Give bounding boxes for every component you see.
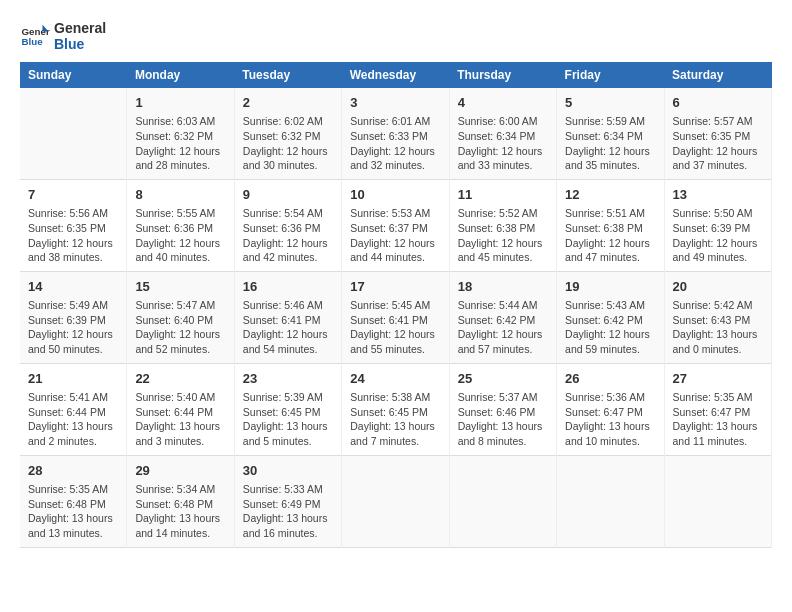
day-number: 13 <box>673 186 764 204</box>
day-number: 8 <box>135 186 225 204</box>
day-info: Sunrise: 5:35 AM Sunset: 6:48 PM Dayligh… <box>28 482 118 541</box>
day-number: 6 <box>673 94 764 112</box>
day-number: 9 <box>243 186 333 204</box>
calendar-cell: 24Sunrise: 5:38 AM Sunset: 6:45 PM Dayli… <box>342 363 449 455</box>
day-number: 17 <box>350 278 440 296</box>
day-info: Sunrise: 5:59 AM Sunset: 6:34 PM Dayligh… <box>565 114 655 173</box>
calendar-cell: 26Sunrise: 5:36 AM Sunset: 6:47 PM Dayli… <box>557 363 664 455</box>
day-info: Sunrise: 5:43 AM Sunset: 6:42 PM Dayligh… <box>565 298 655 357</box>
calendar-cell <box>20 88 127 179</box>
day-info: Sunrise: 5:41 AM Sunset: 6:44 PM Dayligh… <box>28 390 118 449</box>
calendar-cell: 25Sunrise: 5:37 AM Sunset: 6:46 PM Dayli… <box>449 363 556 455</box>
calendar-cell: 7Sunrise: 5:56 AM Sunset: 6:35 PM Daylig… <box>20 179 127 271</box>
week-row-3: 14Sunrise: 5:49 AM Sunset: 6:39 PM Dayli… <box>20 271 772 363</box>
calendar-cell: 16Sunrise: 5:46 AM Sunset: 6:41 PM Dayli… <box>234 271 341 363</box>
calendar-cell: 12Sunrise: 5:51 AM Sunset: 6:38 PM Dayli… <box>557 179 664 271</box>
column-header-wednesday: Wednesday <box>342 62 449 88</box>
calendar-cell: 15Sunrise: 5:47 AM Sunset: 6:40 PM Dayli… <box>127 271 234 363</box>
day-number: 30 <box>243 462 333 480</box>
page-header: General Blue General Blue <box>20 20 772 52</box>
day-info: Sunrise: 5:49 AM Sunset: 6:39 PM Dayligh… <box>28 298 118 357</box>
day-number: 12 <box>565 186 655 204</box>
logo: General Blue General Blue <box>20 20 106 52</box>
day-number: 29 <box>135 462 225 480</box>
svg-text:Blue: Blue <box>22 36 44 47</box>
day-info: Sunrise: 5:51 AM Sunset: 6:38 PM Dayligh… <box>565 206 655 265</box>
day-number: 18 <box>458 278 548 296</box>
calendar-cell <box>449 455 556 547</box>
day-info: Sunrise: 5:34 AM Sunset: 6:48 PM Dayligh… <box>135 482 225 541</box>
calendar-cell: 23Sunrise: 5:39 AM Sunset: 6:45 PM Dayli… <box>234 363 341 455</box>
day-info: Sunrise: 6:03 AM Sunset: 6:32 PM Dayligh… <box>135 114 225 173</box>
day-number: 27 <box>673 370 764 388</box>
day-number: 20 <box>673 278 764 296</box>
day-info: Sunrise: 5:57 AM Sunset: 6:35 PM Dayligh… <box>673 114 764 173</box>
column-header-saturday: Saturday <box>664 62 772 88</box>
day-info: Sunrise: 5:33 AM Sunset: 6:49 PM Dayligh… <box>243 482 333 541</box>
calendar-cell: 3Sunrise: 6:01 AM Sunset: 6:33 PM Daylig… <box>342 88 449 179</box>
calendar-cell: 27Sunrise: 5:35 AM Sunset: 6:47 PM Dayli… <box>664 363 772 455</box>
day-info: Sunrise: 5:47 AM Sunset: 6:40 PM Dayligh… <box>135 298 225 357</box>
calendar-cell: 1Sunrise: 6:03 AM Sunset: 6:32 PM Daylig… <box>127 88 234 179</box>
day-number: 22 <box>135 370 225 388</box>
day-info: Sunrise: 5:46 AM Sunset: 6:41 PM Dayligh… <box>243 298 333 357</box>
day-number: 25 <box>458 370 548 388</box>
calendar-cell: 30Sunrise: 5:33 AM Sunset: 6:49 PM Dayli… <box>234 455 341 547</box>
calendar-cell <box>664 455 772 547</box>
day-number: 2 <box>243 94 333 112</box>
calendar-cell: 9Sunrise: 5:54 AM Sunset: 6:36 PM Daylig… <box>234 179 341 271</box>
logo-icon: General Blue <box>20 21 50 51</box>
calendar-cell: 28Sunrise: 5:35 AM Sunset: 6:48 PM Dayli… <box>20 455 127 547</box>
calendar-cell: 14Sunrise: 5:49 AM Sunset: 6:39 PM Dayli… <box>20 271 127 363</box>
calendar-cell: 18Sunrise: 5:44 AM Sunset: 6:42 PM Dayli… <box>449 271 556 363</box>
day-info: Sunrise: 5:56 AM Sunset: 6:35 PM Dayligh… <box>28 206 118 265</box>
day-number: 28 <box>28 462 118 480</box>
column-header-thursday: Thursday <box>449 62 556 88</box>
day-info: Sunrise: 5:55 AM Sunset: 6:36 PM Dayligh… <box>135 206 225 265</box>
calendar-cell: 22Sunrise: 5:40 AM Sunset: 6:44 PM Dayli… <box>127 363 234 455</box>
day-number: 23 <box>243 370 333 388</box>
calendar-cell: 13Sunrise: 5:50 AM Sunset: 6:39 PM Dayli… <box>664 179 772 271</box>
day-info: Sunrise: 6:01 AM Sunset: 6:33 PM Dayligh… <box>350 114 440 173</box>
day-number: 11 <box>458 186 548 204</box>
week-row-2: 7Sunrise: 5:56 AM Sunset: 6:35 PM Daylig… <box>20 179 772 271</box>
calendar-body: 1Sunrise: 6:03 AM Sunset: 6:32 PM Daylig… <box>20 88 772 547</box>
calendar-cell: 4Sunrise: 6:00 AM Sunset: 6:34 PM Daylig… <box>449 88 556 179</box>
day-info: Sunrise: 6:00 AM Sunset: 6:34 PM Dayligh… <box>458 114 548 173</box>
day-info: Sunrise: 5:35 AM Sunset: 6:47 PM Dayligh… <box>673 390 764 449</box>
calendar-cell: 5Sunrise: 5:59 AM Sunset: 6:34 PM Daylig… <box>557 88 664 179</box>
day-number: 19 <box>565 278 655 296</box>
calendar-cell: 17Sunrise: 5:45 AM Sunset: 6:41 PM Dayli… <box>342 271 449 363</box>
day-info: Sunrise: 5:42 AM Sunset: 6:43 PM Dayligh… <box>673 298 764 357</box>
column-header-monday: Monday <box>127 62 234 88</box>
day-number: 4 <box>458 94 548 112</box>
day-info: Sunrise: 5:50 AM Sunset: 6:39 PM Dayligh… <box>673 206 764 265</box>
day-number: 26 <box>565 370 655 388</box>
logo-blue-text: Blue <box>54 36 106 52</box>
day-info: Sunrise: 5:40 AM Sunset: 6:44 PM Dayligh… <box>135 390 225 449</box>
calendar-table: SundayMondayTuesdayWednesdayThursdayFrid… <box>20 62 772 548</box>
day-info: Sunrise: 6:02 AM Sunset: 6:32 PM Dayligh… <box>243 114 333 173</box>
calendar-cell: 29Sunrise: 5:34 AM Sunset: 6:48 PM Dayli… <box>127 455 234 547</box>
day-number: 16 <box>243 278 333 296</box>
calendar-cell: 19Sunrise: 5:43 AM Sunset: 6:42 PM Dayli… <box>557 271 664 363</box>
calendar-header-row: SundayMondayTuesdayWednesdayThursdayFrid… <box>20 62 772 88</box>
column-header-tuesday: Tuesday <box>234 62 341 88</box>
day-number: 3 <box>350 94 440 112</box>
day-number: 1 <box>135 94 225 112</box>
day-number: 7 <box>28 186 118 204</box>
day-info: Sunrise: 5:38 AM Sunset: 6:45 PM Dayligh… <box>350 390 440 449</box>
day-number: 5 <box>565 94 655 112</box>
day-info: Sunrise: 5:44 AM Sunset: 6:42 PM Dayligh… <box>458 298 548 357</box>
day-info: Sunrise: 5:52 AM Sunset: 6:38 PM Dayligh… <box>458 206 548 265</box>
calendar-cell: 21Sunrise: 5:41 AM Sunset: 6:44 PM Dayli… <box>20 363 127 455</box>
day-info: Sunrise: 5:39 AM Sunset: 6:45 PM Dayligh… <box>243 390 333 449</box>
week-row-4: 21Sunrise: 5:41 AM Sunset: 6:44 PM Dayli… <box>20 363 772 455</box>
week-row-5: 28Sunrise: 5:35 AM Sunset: 6:48 PM Dayli… <box>20 455 772 547</box>
column-header-friday: Friday <box>557 62 664 88</box>
day-number: 10 <box>350 186 440 204</box>
calendar-cell: 8Sunrise: 5:55 AM Sunset: 6:36 PM Daylig… <box>127 179 234 271</box>
column-header-sunday: Sunday <box>20 62 127 88</box>
calendar-cell <box>557 455 664 547</box>
day-info: Sunrise: 5:36 AM Sunset: 6:47 PM Dayligh… <box>565 390 655 449</box>
